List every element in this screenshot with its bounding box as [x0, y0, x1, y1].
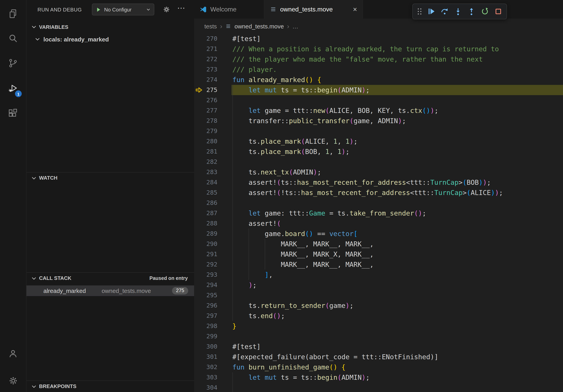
line-gutter[interactable]: 280	[194, 136, 221, 146]
code-line-302[interactable]: 302fun burn_unfinished_game() {	[194, 362, 563, 372]
activity-run-debug-button[interactable]: 1	[6, 82, 20, 95]
line-code[interactable]: MARK__, MARK__, MARK__,	[221, 239, 563, 249]
line-gutter[interactable]: 277	[194, 105, 221, 116]
line-gutter[interactable]: 304	[194, 382, 221, 392]
line-code[interactable]	[221, 157, 563, 167]
code-line-280[interactable]: 280 ts.place_mark(ALICE, 1, 1);	[194, 136, 563, 146]
code-line-278[interactable]: 278 transfer::public_transfer(game, ADMI…	[194, 116, 563, 126]
activity-extensions-button[interactable]	[6, 107, 20, 120]
tab-welcome[interactable]: Welcome	[194, 0, 264, 19]
activity-search-button[interactable]	[6, 32, 20, 45]
code-line-297[interactable]: 297 ts.end();	[194, 311, 563, 321]
code-editor[interactable]: 270#[test]271/// When a position is alre…	[194, 34, 563, 392]
line-gutter[interactable]: 294	[194, 280, 221, 290]
line-gutter[interactable]: 293	[194, 270, 221, 280]
line-code[interactable]: game.board() == vector[	[221, 229, 563, 239]
line-code[interactable]: let game = ttt::new(ALICE, BOB, KEY, ts.…	[221, 105, 563, 116]
line-code[interactable]	[221, 331, 563, 341]
line-code[interactable]: fun burn_unfinished_game() {	[221, 362, 563, 372]
step-out-button[interactable]	[465, 6, 478, 17]
code-line-289[interactable]: 289 game.board() == vector[	[194, 229, 563, 239]
code-line-295[interactable]: 295	[194, 290, 563, 301]
code-line-301[interactable]: 301#[expected_failure(abort_code = ttt::…	[194, 352, 563, 362]
line-code[interactable]	[221, 95, 563, 105]
line-gutter[interactable]: 301	[194, 352, 221, 362]
continue-button[interactable]	[424, 6, 438, 17]
line-code[interactable]: ts.return_to_sender(game);	[221, 301, 563, 311]
line-code[interactable]: );	[221, 280, 563, 290]
code-line-294[interactable]: 294 );	[194, 280, 563, 290]
line-code[interactable]: let game: ttt::Game = ts.take_from_sende…	[221, 208, 563, 218]
line-gutter[interactable]: 286	[194, 198, 221, 208]
line-gutter[interactable]: 287	[194, 208, 221, 218]
breadcrumb-file[interactable]: owned_tests.move	[235, 23, 284, 29]
code-line-282[interactable]: 282	[194, 157, 563, 167]
line-gutter[interactable]: 303	[194, 372, 221, 382]
code-line-298[interactable]: 298}	[194, 321, 563, 331]
line-code[interactable]: fun already_marked() {	[221, 75, 563, 85]
line-code[interactable]: transfer::public_transfer(game, ADMIN);	[221, 116, 563, 126]
line-code[interactable]: /// player.	[221, 64, 563, 75]
code-line-281[interactable]: 281 ts.place_mark(BOB, 1, 1);	[194, 146, 563, 157]
line-gutter[interactable]: 271	[194, 44, 221, 54]
tab-owned-tests[interactable]: owned_tests.move ×	[264, 0, 363, 19]
call-stack-frame[interactable]: already_marked owned_tests.move 275	[26, 285, 194, 296]
line-gutter[interactable]: 273	[194, 64, 221, 75]
code-line-272[interactable]: 272/// the player who made the "false" m…	[194, 54, 563, 64]
line-code[interactable]: #[expected_failure(abort_code = ttt::ENo…	[221, 352, 563, 362]
line-code[interactable]	[221, 290, 563, 301]
code-line-290[interactable]: 290 MARK__, MARK__, MARK__,	[194, 239, 563, 249]
line-gutter[interactable]: 295	[194, 290, 221, 301]
breakpoints-section-header[interactable]: BREAKPOINTS	[26, 380, 194, 392]
line-code[interactable]	[221, 126, 563, 136]
line-code[interactable]: assert!(	[221, 218, 563, 229]
stop-button[interactable]	[492, 6, 505, 17]
line-code[interactable]: /// the player who made the "false" move…	[221, 54, 563, 64]
variables-scope-row[interactable]: locals: already_marked	[26, 34, 194, 44]
line-gutter[interactable]: 284	[194, 177, 221, 187]
code-line-270[interactable]: 270#[test]	[194, 34, 563, 44]
line-code[interactable]: ts.place_mark(ALICE, 1, 1);	[221, 136, 563, 146]
code-line-296[interactable]: 296 ts.return_to_sender(game);	[194, 301, 563, 311]
line-gutter[interactable]: 288	[194, 218, 221, 229]
code-line-287[interactable]: 287 let game: ttt::Game = ts.take_from_s…	[194, 208, 563, 218]
code-line-285[interactable]: 285 assert!(!ts::has_most_recent_for_add…	[194, 187, 563, 198]
code-line-286[interactable]: 286	[194, 198, 563, 208]
line-code[interactable]: }	[221, 321, 563, 331]
line-gutter[interactable]: 292	[194, 259, 221, 270]
call-stack-section-header[interactable]: CALL STACK Paused on entry	[26, 272, 194, 283]
code-line-304[interactable]: 304	[194, 382, 563, 392]
activity-source-control-button[interactable]	[6, 56, 20, 70]
code-line-277[interactable]: 277 let game = ttt::new(ALICE, BOB, KEY,…	[194, 105, 563, 116]
line-code[interactable]: assert!(ts::has_most_recent_for_address<…	[221, 177, 563, 187]
code-line-293[interactable]: 293 ],	[194, 270, 563, 280]
line-code[interactable]: let mut ts = ts::begin(ADMIN);	[221, 85, 563, 95]
activity-account-button[interactable]	[6, 347, 20, 360]
code-line-276[interactable]: 276	[194, 95, 563, 105]
code-line-300[interactable]: 300#[test]	[194, 341, 563, 352]
line-gutter[interactable]: 283	[194, 167, 221, 177]
code-line-303[interactable]: 303 let mut ts = ts::begin(ADMIN);	[194, 372, 563, 382]
code-line-284[interactable]: 284 assert!(ts::has_most_recent_for_addr…	[194, 177, 563, 187]
breadcrumb-symbol-ellipsis[interactable]: …	[292, 23, 298, 29]
line-code[interactable]: ts.end();	[221, 311, 563, 321]
line-gutter[interactable]: 297	[194, 311, 221, 321]
breadcrumb-folder[interactable]: tests	[204, 23, 217, 29]
code-line-283[interactable]: 283 ts.next_tx(ADMIN);	[194, 167, 563, 177]
line-gutter[interactable]: 282	[194, 157, 221, 167]
line-code[interactable]: let mut ts = ts::begin(ADMIN);	[221, 372, 563, 382]
code-line-273[interactable]: 273/// player.	[194, 64, 563, 75]
step-into-button[interactable]	[451, 6, 465, 17]
code-line-274[interactable]: 274fun already_marked() {	[194, 75, 563, 85]
line-code[interactable]: MARK__, MARK_X, MARK__,	[221, 249, 563, 259]
start-debug-icon[interactable]	[95, 7, 102, 13]
variables-section-header[interactable]: VARIABLES	[26, 21, 194, 32]
line-gutter[interactable]: 285	[194, 187, 221, 198]
debug-settings-button[interactable]	[163, 6, 170, 13]
step-over-button[interactable]	[438, 6, 451, 17]
line-gutter[interactable]: 279	[194, 126, 221, 136]
line-gutter[interactable]: 302	[194, 362, 221, 372]
line-gutter[interactable]: 300	[194, 341, 221, 352]
line-code[interactable]: MARK__, MARK__, MARK__,	[221, 259, 563, 270]
line-gutter[interactable]: 289	[194, 229, 221, 239]
